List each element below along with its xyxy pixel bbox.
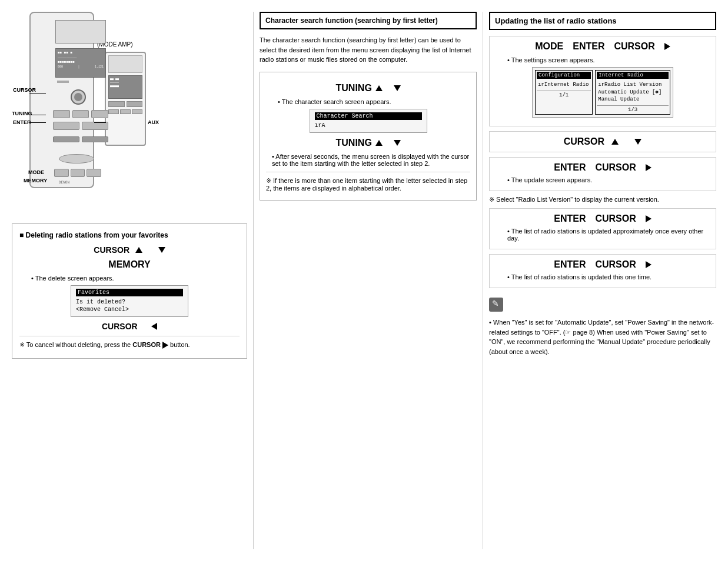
tuning-label: TUNING [12,111,32,116]
config-left-title: Configuration [537,72,591,79]
auto-update-note: The list of radio stations is updated ap… [507,228,710,242]
settings-screen-note: The settings screen appears. [507,56,710,64]
note-icon [489,298,503,312]
right-column: Updating the list of radio stations MODE… [483,12,716,549]
step2-delete: MEMORY [19,259,240,270]
tuning-step2-row: TUNING [266,138,470,148]
left-column: (MODE AMP) ■■ ■■ ───── ■■■■■ [12,12,253,549]
tuning-step1-row: TUNING [266,83,470,94]
device-area: (MODE AMP) ■■ ■■ ───── ■■■■■ [12,12,247,212]
enter-cmd2: ENTER [554,162,586,173]
tuning-step2-cmd: TUNING [336,138,372,148]
enter-cmd: ENTER [573,41,604,52]
tuning-up-icon [375,85,383,91]
second-device: ■■ ■■ ───── ■■■■■ [105,52,146,146]
mid-asterisk-note: ※ If there is more than one item startin… [266,177,470,192]
char-screen-title: Character Search [315,112,422,120]
config-right-item3: Manual Update [597,96,669,103]
enter-cmd4: ENTER [554,259,586,270]
middle-column: Character search function (searching by … [253,12,483,549]
right-tri-right-icon [664,43,670,50]
right-tri-up [611,139,619,145]
aux-connector [94,122,106,123]
character-search-title: Character search function (searching by … [260,12,477,29]
mode-cmd: MODE [535,41,563,52]
right-tri-right4 [646,261,651,268]
right-step2-block: CURSOR [489,131,716,152]
char-search-screen: Character Search ırA [310,109,427,133]
tuning2-up-icon [375,140,383,146]
config-screen: Configuration ırInternet Radio 1/1 Inter… [532,67,673,118]
delete-appears-note: The delete screen appears. [31,275,240,282]
right-tri-right3 [646,215,651,222]
cursor-right-cmd: CURSOR [614,41,654,52]
config-right-item1: ırRadio List Version [597,81,669,88]
step3-delete: CURSOR [19,322,240,331]
config-left-item: ırInternet Radio [537,81,591,88]
mode-label: MODE [28,169,44,175]
delete-screen: Favorites Is it deleted? <Remove Cancel> [71,285,188,317]
cursor-cmd2: CURSOR [595,162,636,173]
right-step3-block: ENTER CURSOR The update screen appears. [489,157,716,191]
enter-cmd3: ENTER [554,213,586,224]
cursor-left-cmd: CURSOR [102,322,138,331]
char-search-appears-note: The character search screen appears. [278,98,470,105]
right-tri-down [634,139,641,145]
config-left-page: 1/1 [537,91,591,98]
char-screen-row: ırA [315,122,422,129]
tuning-step1-cmd: TUNING [336,83,372,94]
right-step1-block: MODE ENTER CURSOR The settings screen ap… [489,36,716,126]
delete-section: ■ Deleting radio stations from your favo… [12,223,247,359]
tri-left-icon [151,323,157,330]
aux-label: AUX [148,119,159,125]
tuning2-down-icon [394,140,401,146]
config-right-title: Internet Radio [597,72,669,79]
right-tri-right2 [646,164,651,171]
enter-connector [29,122,46,123]
step1-delete: CURSOR [19,245,240,255]
update-screen-note: The update screen appears. [507,176,710,183]
tri-up-icon [135,247,142,253]
memory-cmd: MEMORY [108,259,150,270]
cursor-connector [29,93,46,94]
asterisk-cancel-note: ※ To cancel without deleting, press the … [19,341,240,349]
screen-title-bar: Favorites [76,289,183,296]
screen-row1: Is it deleted? [76,298,183,306]
cursor-cmd4: CURSOR [595,259,636,270]
enter-label: ENTER [13,119,31,125]
cursor-label-device: CURSOR [13,87,36,93]
tri-down-icon [158,247,165,253]
radio-list-version-note: ※ Select "Radio List Version" to display… [489,196,716,203]
update-list-title: Updating the list of radio stations [489,12,716,30]
step2-note1: • After several seconds, the menu screen… [272,153,470,167]
config-right-item2: Automatic Update [✱] [597,88,669,96]
screen-row2: <Remove Cancel> [76,306,183,313]
config-right-page: 1/3 [597,105,669,113]
tuning-down-icon [394,85,401,91]
cursor-ud-cmd: CURSOR [564,136,604,147]
delete-section-title: ■ Deleting radio stations from your favo… [19,231,240,239]
character-search-body: The character search function (searching… [260,35,477,65]
config-right-panel: Internet Radio ırRadio List Version Auto… [595,70,670,115]
manual-update-note: The list of radio stations is updated th… [507,273,710,280]
main-device: ■■ ■■ ■ ───────── ■■■■■■■■ 000│1.121 [29,12,94,188]
memory-label-device: MEMORY [24,178,47,183]
right-step5-block: ENTER CURSOR The list of radio stations … [489,254,716,288]
note-body-text: • When "Yes" is set for "Automatic Updat… [489,318,716,356]
cursor-cmd: CURSOR [94,245,129,255]
right-step4-block: ENTER CURSOR The list of radio stations … [489,208,716,249]
config-left-panel: Configuration ırInternet Radio 1/1 [535,70,593,115]
tri-right-inline [162,342,168,349]
cursor-cmd3: CURSOR [595,213,636,224]
